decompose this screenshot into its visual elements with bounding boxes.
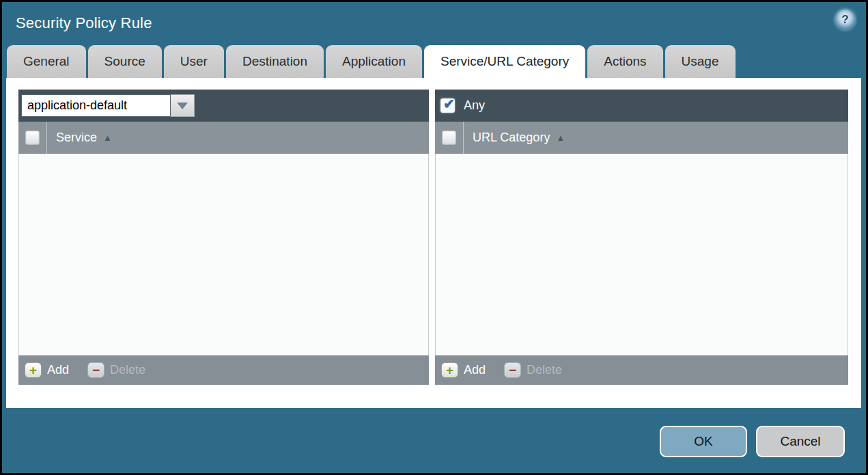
sort-asc-icon: ▲ xyxy=(556,133,565,143)
page-title: Security Policy Rule xyxy=(16,14,152,32)
service-delete-button[interactable]: − Delete xyxy=(87,362,145,378)
help-button[interactable]: ? xyxy=(835,10,855,29)
any-checkbox[interactable]: ✔ xyxy=(440,98,455,113)
url-category-list xyxy=(435,154,848,355)
url-category-add-label: Add xyxy=(464,363,486,377)
url-category-column-header[interactable]: URL Category xyxy=(473,131,550,145)
service-delete-label: Delete xyxy=(110,363,145,377)
service-toolbar xyxy=(18,90,429,122)
plus-icon: + xyxy=(441,362,458,378)
service-type-input[interactable] xyxy=(21,94,171,117)
minus-icon: − xyxy=(504,362,521,378)
service-add-label: Add xyxy=(47,363,69,377)
dialog-titlebar: Security Policy Rule ? xyxy=(2,2,866,44)
plus-icon: + xyxy=(25,362,42,378)
security-policy-rule-dialog: Security Policy Rule ? General Source Us… xyxy=(2,2,866,473)
service-type-dropdown-button[interactable] xyxy=(171,94,195,117)
tab-usage[interactable]: Usage xyxy=(665,45,736,78)
any-label: Any xyxy=(464,98,485,113)
url-category-delete-button[interactable]: − Delete xyxy=(504,362,562,378)
tab-general[interactable]: General xyxy=(7,45,86,78)
tab-user[interactable]: User xyxy=(164,45,224,78)
url-category-add-button[interactable]: + Add xyxy=(441,362,486,378)
tab-application[interactable]: Application xyxy=(326,45,422,78)
service-select-all-checkbox[interactable] xyxy=(25,131,40,145)
check-icon: ✔ xyxy=(443,97,455,111)
tab-service-url-category[interactable]: Service/URL Category xyxy=(424,45,585,78)
url-category-select-all-checkbox[interactable] xyxy=(442,131,456,145)
service-table-header: Service ▲ xyxy=(18,122,429,154)
service-panel: Service ▲ + Add − Delete xyxy=(18,90,429,385)
url-category-table-header: URL Category ▲ xyxy=(435,122,848,154)
service-column-header[interactable]: Service xyxy=(56,131,97,145)
url-category-select-all-cell xyxy=(435,122,464,154)
chevron-down-icon xyxy=(177,103,188,109)
tab-actions[interactable]: Actions xyxy=(587,45,662,78)
url-category-delete-label: Delete xyxy=(527,363,562,377)
url-category-toolbar: ✔ Any xyxy=(435,90,848,122)
tab-content-area: Service ▲ + Add − Delete ✔ An xyxy=(6,78,861,408)
service-add-button[interactable]: + Add xyxy=(25,362,69,378)
service-select-all-cell xyxy=(18,122,47,154)
dialog-button-row: OK Cancel xyxy=(660,426,845,457)
tab-source[interactable]: Source xyxy=(88,45,162,78)
ok-button[interactable]: OK xyxy=(660,426,747,457)
service-footer: + Add − Delete xyxy=(18,355,429,385)
cancel-button[interactable]: Cancel xyxy=(756,426,845,457)
sort-asc-icon: ▲ xyxy=(103,133,112,143)
tab-destination[interactable]: Destination xyxy=(226,45,324,78)
url-category-panel: ✔ Any URL Category ▲ + Add − Delete xyxy=(435,90,848,385)
help-icon: ? xyxy=(841,14,848,25)
service-list xyxy=(18,154,429,355)
minus-icon: − xyxy=(87,362,104,378)
url-category-footer: + Add − Delete xyxy=(435,355,848,385)
service-type-dropdown xyxy=(21,94,195,117)
tab-strip: General Source User Destination Applicat… xyxy=(7,45,736,78)
